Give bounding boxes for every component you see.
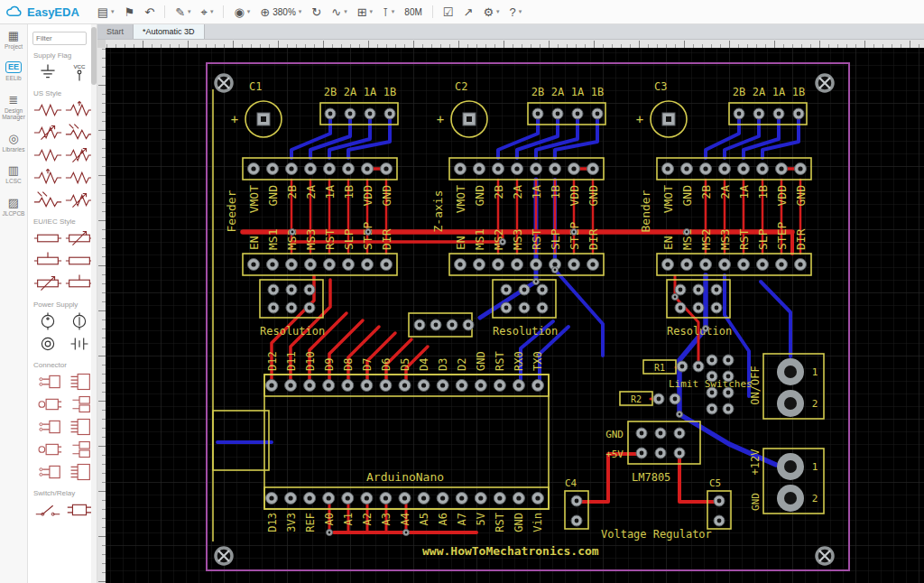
sidebar-item-lcsc[interactable]: ▥LCSC	[0, 164, 27, 184]
symbol-src-line[interactable]	[64, 310, 95, 332]
driver-pin-label[interactable]: 2A	[511, 185, 524, 199]
arduino-pin-label[interactable]: RST	[494, 513, 506, 532]
header-pin-label[interactable]: 1B	[383, 86, 396, 98]
driver-name[interactable]: Bender	[639, 190, 652, 232]
mounting-hole[interactable]	[817, 75, 833, 91]
v12-gnd-label[interactable]: GND	[750, 493, 762, 511]
place-tool[interactable]: ⌖▾	[197, 4, 218, 21]
symbol-res-us-arrow[interactable]	[64, 190, 95, 211]
symbol-res-eu-t[interactable]	[64, 273, 95, 294]
header-pin-label[interactable]: 2B	[324, 86, 337, 98]
file-menu[interactable]: ▤▾	[93, 4, 119, 21]
driver-name[interactable]: Feeder	[225, 190, 238, 232]
symbol-vcc[interactable]: VCC	[64, 61, 95, 83]
symbol-res-eu[interactable]	[32, 227, 63, 249]
arduino-name[interactable]: ArduinoNano	[366, 470, 444, 484]
arduino-pin-label[interactable]: A0	[323, 513, 336, 525]
symbol-conn-jack[interactable]	[32, 393, 63, 415]
driver-pin-label[interactable]: 2B	[285, 185, 299, 199]
mounting-hole[interactable]	[216, 548, 232, 564]
driver-pin-label[interactable]: MS2	[699, 229, 713, 250]
arduino-pin-label[interactable]: REF	[304, 513, 317, 532]
driver-pin-label[interactable]: 2B	[492, 185, 505, 199]
cap-ref-label[interactable]: C2	[455, 80, 467, 93]
arduino-pin-label[interactable]: D12	[266, 351, 279, 371]
resolution-label[interactable]: Resolution	[493, 325, 558, 338]
header-pin-label[interactable]: 2B	[531, 86, 544, 98]
help[interactable]: ?▾	[505, 4, 527, 21]
driver-pin-label[interactable]: GND	[380, 185, 393, 207]
arduino-pin-label[interactable]: A4	[399, 513, 411, 525]
symbol-res-eu[interactable]	[64, 250, 95, 272]
driver-pin-label[interactable]: SLP	[756, 228, 770, 250]
mounting-hole[interactable]	[216, 75, 232, 91]
driver-pin-label[interactable]: STEP	[775, 222, 789, 250]
symbol-conn-terminal[interactable]	[64, 393, 95, 415]
flag-tool[interactable]: ⚑	[120, 4, 140, 21]
driver-pin-label[interactable]: RST	[323, 228, 337, 250]
driver-pin-label[interactable]: 2A	[304, 185, 318, 199]
header-pin-label[interactable]: 2A	[753, 86, 766, 98]
arduino-pin-label[interactable]: D6	[380, 358, 393, 371]
onoff-label[interactable]: ON/OFF	[749, 366, 762, 404]
symbol-res-us[interactable]	[32, 144, 63, 166]
draw-tool[interactable]: ✎▾	[171, 4, 195, 21]
sidebar-item-design-manager[interactable]: ≣Design Manager	[0, 94, 27, 121]
tab-automatic-3d[interactable]: *Automatic 3D	[134, 24, 205, 39]
driver-pin-label[interactable]: 1A	[737, 185, 751, 199]
driver-pin-label[interactable]: GND	[794, 185, 808, 207]
arduino-pin-label[interactable]: 3V3	[285, 513, 298, 532]
symbol-relay-coil[interactable]	[64, 499, 95, 521]
symbol-src-plus[interactable]	[32, 310, 63, 332]
measure-tool[interactable]: ⊺▾	[378, 4, 399, 21]
filter-input[interactable]	[32, 32, 87, 45]
symbol-conn-4pin[interactable]	[64, 371, 95, 393]
driver-pin-label[interactable]: GND	[266, 185, 280, 207]
driver-pin-label[interactable]: MS1	[473, 229, 486, 250]
arduino-pin-label[interactable]: D8	[342, 358, 355, 371]
driver-pin-label[interactable]: 1A	[323, 185, 337, 199]
symbol-conn-2pin[interactable]	[32, 416, 63, 438]
driver-pin-label[interactable]: 1B	[549, 185, 562, 199]
driver-pin-label[interactable]: DIR	[587, 228, 600, 250]
driver-pin-label[interactable]: RST	[530, 228, 543, 250]
tab-start[interactable]: Start	[97, 24, 134, 39]
header-pin-label[interactable]: 1B	[792, 86, 805, 98]
cap-polarity-label[interactable]: +	[231, 112, 238, 126]
symbol-conn-2pin[interactable]	[32, 371, 63, 393]
sidebar-scrollbar[interactable]	[91, 24, 97, 583]
website-text[interactable]: www.HowToMechatronics.com	[422, 544, 599, 558]
header-pin-label[interactable]: 1A	[571, 86, 585, 98]
symbol-res-us[interactable]	[32, 99, 63, 121]
driver-pin-label[interactable]: EN	[454, 236, 467, 250]
arduino-pin-label[interactable]: D3	[437, 358, 449, 371]
driver-pin-label[interactable]: GND	[680, 185, 694, 207]
driver-pin-label[interactable]: 2A	[718, 185, 732, 199]
driver-pin-label[interactable]: STEP	[568, 222, 581, 250]
header-pin-label[interactable]: 1A	[772, 86, 786, 98]
driver-pin-label[interactable]: 1B	[756, 185, 770, 199]
plus12v-label[interactable]: +12V	[749, 449, 762, 476]
arduino-pin-label[interactable]: D11	[285, 351, 298, 371]
driver-pin-label[interactable]: VMOT	[661, 185, 675, 213]
sidebar-item-eelib[interactable]: EEEELib	[0, 61, 27, 81]
driver-name[interactable]: Z-axis	[431, 190, 445, 233]
grid-tool[interactable]: ⊞▾	[353, 4, 377, 21]
symbol-conn-4pin[interactable]	[64, 416, 95, 438]
cap-ref-label[interactable]: C1	[249, 80, 262, 93]
voltage-regulator-label[interactable]: Voltage Regulator	[601, 528, 712, 541]
driver-pin-label[interactable]: DIR	[380, 228, 393, 250]
r2-label[interactable]: R2	[631, 394, 642, 404]
driver-pin-label[interactable]: EN	[661, 236, 675, 250]
symbol-res-us-arrow[interactable]	[32, 122, 63, 143]
symbol-src-dual[interactable]	[32, 333, 63, 355]
arduino-pin-label[interactable]: D2	[456, 358, 468, 371]
symbol-res-eu-arrow[interactable]	[32, 273, 63, 294]
refresh-tool[interactable]: ↻	[307, 4, 326, 21]
header-pin-label[interactable]: 2B	[733, 86, 745, 98]
arduino-pin-label[interactable]: GND	[475, 351, 487, 371]
sidebar-scroll-thumb[interactable]	[91, 27, 97, 85]
resolution-label[interactable]: Resolution	[667, 325, 732, 338]
sidebar-item-project[interactable]: ▦Project	[0, 30, 27, 50]
driver-pin-label[interactable]: VMOT	[454, 185, 467, 213]
